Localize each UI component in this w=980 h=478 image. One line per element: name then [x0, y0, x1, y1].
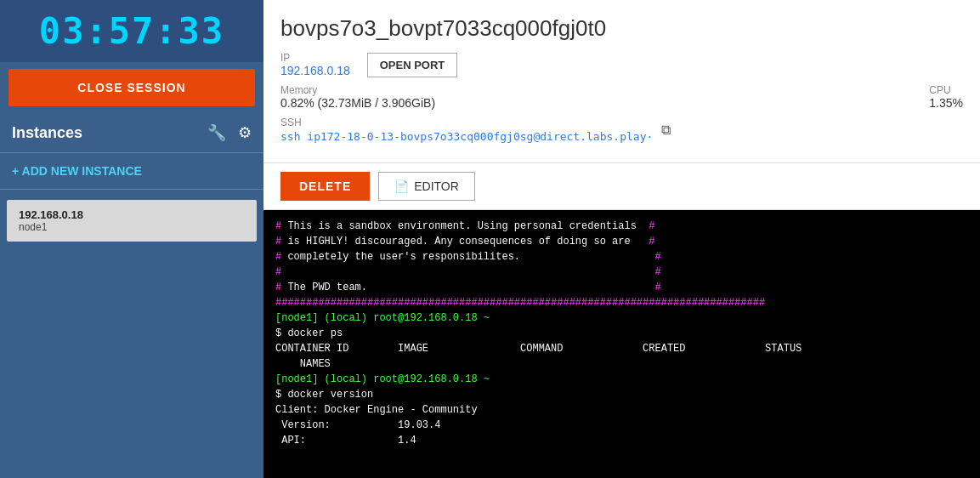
instance-list: 192.168.0.18 node1 — [0, 190, 263, 252]
memory-value: 0.82% (32.73MiB / 3.906GiB) — [280, 96, 435, 110]
memory-block: Memory 0.82% (32.73MiB / 3.906GiB) — [280, 84, 435, 110]
ssh-value: ssh ip172-18-0-13-bovps7o33cq000fgj0sg@d… — [280, 130, 653, 143]
terminal-line: Version: 19.03.4 — [275, 418, 968, 433]
main-content: bovps7o3_bovpt7033cq000fgj0t0 IP 192.168… — [263, 0, 980, 478]
terminal-line: # completely the user's responsibilites.… — [275, 249, 968, 265]
instances-header: Instances 🔧 ⚙ — [0, 113, 263, 153]
terminal-line: # The PWD team. # — [275, 280, 968, 295]
memory-cpu-row: Memory 0.82% (32.73MiB / 3.906GiB) CPU 1… — [280, 84, 963, 110]
terminal-line: API: 1.4 — [275, 433, 968, 448]
file-icon: 📄 — [394, 179, 409, 193]
terminal-line: # # — [275, 265, 968, 280]
ssh-row: SSH ssh ip172-18-0-13-bovps7o33cq000fgj0… — [280, 117, 963, 144]
action-buttons: DELETE 📄 EDITOR — [263, 163, 980, 210]
terminal-line: [node1] (local) root@192.168.0.18 ~ — [275, 372, 968, 387]
ip-label: IP — [280, 52, 350, 64]
copy-icon[interactable]: ⧉ — [661, 122, 671, 138]
memory-label: Memory — [280, 84, 435, 96]
terminal-line: NAMES — [275, 356, 968, 372]
terminal-line: [node1] (local) root@192.168.0.18 ~ — [275, 310, 968, 326]
terminal-line: $ docker ps — [275, 326, 968, 341]
ip-value: 192.168.0.18 — [280, 64, 350, 77]
gear-icon[interactable]: ⚙ — [238, 123, 252, 142]
instances-label: Instances — [12, 124, 82, 142]
ip-row: IP 192.168.0.18 OPEN PORT — [280, 52, 963, 77]
instance-title: bovps7o3_bovpt7033cq000fgj0t0 — [280, 15, 963, 42]
terminal-line: $ docker version — [275, 387, 968, 402]
sidebar: 03:57:33 CLOSE SESSION Instances 🔧 ⚙ + A… — [0, 0, 263, 478]
add-new-instance-section: + ADD NEW INSTANCE — [0, 153, 263, 190]
instance-ip: 192.168.0.18 — [19, 208, 245, 221]
cpu-value: 1.35% — [929, 96, 963, 110]
terminal-line: # is HIGHLY! discouraged. Any consequenc… — [275, 234, 968, 249]
editor-button[interactable]: 📄 EDITOR — [378, 172, 475, 201]
delete-button[interactable]: DELETE — [280, 172, 370, 201]
instances-icons: 🔧 ⚙ — [207, 123, 252, 142]
terminal-line: ########################################… — [275, 295, 968, 310]
open-port-button[interactable]: OPEN PORT — [367, 53, 458, 77]
terminal-line: # This is a sandbox environment. Using p… — [275, 219, 968, 234]
list-item[interactable]: 192.168.0.18 node1 — [7, 200, 257, 242]
terminal-line: CONTAINER ID IMAGE COMMAND CREATED STATU… — [275, 341, 968, 356]
clock: 03:57:33 — [10, 10, 253, 52]
clock-area: 03:57:33 — [0, 0, 263, 62]
close-session-button[interactable]: CLOSE SESSION — [8, 69, 255, 106]
ssh-label: SSH — [280, 117, 653, 128]
terminal[interactable]: # This is a sandbox environment. Using p… — [263, 210, 980, 478]
cpu-block: CPU 1.35% — [929, 84, 963, 110]
add-new-instance-link[interactable]: + ADD NEW INSTANCE — [12, 164, 142, 178]
instance-name: node1 — [19, 221, 245, 233]
main-header: bovps7o3_bovpt7033cq000fgj0t0 IP 192.168… — [263, 0, 980, 163]
cpu-label: CPU — [929, 84, 963, 96]
terminal-line: Client: Docker Engine - Community — [275, 402, 968, 418]
editor-label: EDITOR — [414, 179, 459, 193]
wrench-icon[interactable]: 🔧 — [207, 123, 226, 142]
